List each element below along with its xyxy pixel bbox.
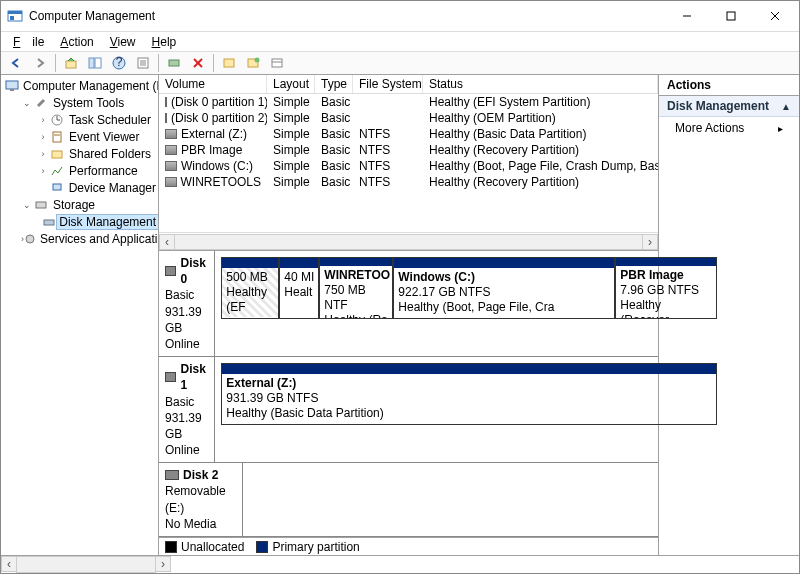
svg-text:?: ? bbox=[116, 56, 123, 69]
scroll-left-button[interactable]: ‹ bbox=[159, 234, 175, 250]
volume-list-body[interactable]: (Disk 0 partition 1)SimpleBasicHealthy (… bbox=[159, 94, 658, 232]
actions-header: Actions bbox=[659, 75, 799, 96]
volume-row[interactable]: External (Z:)SimpleBasicNTFSHealthy (Bas… bbox=[159, 126, 658, 142]
chevron-right-icon[interactable]: › bbox=[37, 115, 49, 125]
log-icon bbox=[49, 130, 65, 144]
back-button[interactable] bbox=[5, 52, 27, 74]
volume-icon bbox=[165, 177, 177, 187]
disk-label[interactable]: Disk 1Basic931.39 GBOnline bbox=[159, 357, 215, 462]
extend-volume-button[interactable] bbox=[242, 52, 264, 74]
svg-rect-32 bbox=[53, 184, 61, 190]
nav-tree[interactable]: Computer Management (Local ⌄ System Tool… bbox=[1, 75, 159, 555]
tree-services-apps[interactable]: ›Services and Applications bbox=[1, 230, 158, 247]
volume-row[interactable]: WINRETOOLSSimpleBasicNTFSHealthy (Recove… bbox=[159, 174, 658, 190]
svg-point-35 bbox=[26, 235, 34, 243]
tree-storage[interactable]: ⌄Storage bbox=[1, 196, 158, 213]
volume-list[interactable]: Volume Layout Type File System Status (D… bbox=[159, 75, 658, 250]
partition[interactable]: External (Z:)931.39 GB NTFSHealthy (Basi… bbox=[221, 363, 717, 425]
delete-button[interactable] bbox=[187, 52, 209, 74]
show-hide-tree-button[interactable] bbox=[84, 52, 106, 74]
volume-icon bbox=[165, 145, 177, 155]
scroll-right-button[interactable]: › bbox=[155, 556, 171, 572]
col-layout[interactable]: Layout bbox=[267, 75, 315, 93]
storage-icon bbox=[33, 198, 49, 212]
help-button[interactable]: ? bbox=[108, 52, 130, 74]
disk-row[interactable]: Disk 2Removable (E:)No Media bbox=[159, 463, 658, 537]
toolbar-divider bbox=[213, 54, 214, 72]
volume-row[interactable]: PBR ImageSimpleBasicNTFSHealthy (Recover… bbox=[159, 142, 658, 158]
volume-icon bbox=[165, 161, 177, 171]
svg-rect-9 bbox=[95, 58, 101, 68]
actions-section[interactable]: Disk Management ▲ bbox=[659, 96, 799, 117]
partition[interactable]: WINRETOO750 MB NTFHealthy (Re bbox=[319, 257, 393, 319]
volume-row[interactable]: Windows (C:)SimpleBasicNTFSHealthy (Boot… bbox=[159, 158, 658, 174]
svg-rect-1 bbox=[8, 11, 22, 14]
disk-row[interactable]: Disk 0Basic931.39 GBOnline500 MBHealthy … bbox=[159, 251, 658, 357]
tree-horizontal-scrollbar[interactable]: ‹ › bbox=[1, 555, 799, 573]
tree-device-manager[interactable]: Device Manager bbox=[1, 179, 158, 196]
menu-bar: File Action View Help bbox=[1, 31, 799, 51]
col-volume[interactable]: Volume bbox=[159, 75, 267, 93]
chevron-down-icon[interactable]: ⌄ bbox=[21, 200, 33, 210]
chevron-right-icon[interactable]: › bbox=[37, 166, 49, 176]
toolbar-divider bbox=[55, 54, 56, 72]
col-status[interactable]: Status bbox=[423, 75, 658, 93]
chevron-right-icon[interactable]: › bbox=[37, 132, 49, 142]
menu-file[interactable]: File bbox=[7, 34, 50, 50]
refresh-button[interactable] bbox=[163, 52, 185, 74]
scroll-left-button[interactable]: ‹ bbox=[1, 556, 17, 572]
col-type[interactable]: Type bbox=[315, 75, 353, 93]
content-area: Computer Management (Local ⌄ System Tool… bbox=[1, 75, 799, 555]
folder-share-icon bbox=[49, 147, 65, 161]
menu-help[interactable]: Help bbox=[146, 34, 183, 50]
col-filesystem[interactable]: File System bbox=[353, 75, 423, 93]
clock-icon bbox=[49, 113, 65, 127]
maximize-button[interactable] bbox=[709, 2, 753, 30]
close-button[interactable] bbox=[753, 2, 797, 30]
volume-row[interactable]: (Disk 0 partition 1)SimpleBasicHealthy (… bbox=[159, 94, 658, 110]
menu-view[interactable]: View bbox=[104, 34, 142, 50]
svg-rect-24 bbox=[6, 81, 18, 89]
svg-rect-22 bbox=[272, 59, 282, 67]
disk-row[interactable]: Disk 1Basic931.39 GBOnlineExternal (Z:)9… bbox=[159, 357, 658, 463]
disk-icon bbox=[43, 215, 55, 229]
tree-system-tools[interactable]: ⌄ System Tools bbox=[1, 94, 158, 111]
disk-label[interactable]: Disk 2Removable (E:)No Media bbox=[159, 463, 243, 536]
menu-action[interactable]: Action bbox=[54, 34, 99, 50]
partition[interactable]: Windows (C:)922.17 GB NTFSHealthy (Boot,… bbox=[393, 257, 615, 319]
minimize-button[interactable] bbox=[665, 2, 709, 30]
disk-map[interactable]: Disk 0Basic931.39 GBOnline500 MBHealthy … bbox=[159, 250, 658, 537]
tree-shared-folders[interactable]: ›Shared Folders bbox=[1, 145, 158, 162]
tree-performance[interactable]: ›Performance bbox=[1, 162, 158, 179]
tree-disk-management[interactable]: Disk Management bbox=[1, 213, 158, 230]
volume-icon bbox=[165, 113, 167, 123]
wrench-icon bbox=[33, 96, 49, 110]
tree-root[interactable]: Computer Management (Local bbox=[1, 77, 158, 94]
chevron-down-icon[interactable]: ⌄ bbox=[21, 98, 33, 108]
tree-task-scheduler[interactable]: ›Task Scheduler bbox=[1, 111, 158, 128]
new-volume-button[interactable] bbox=[218, 52, 240, 74]
partition[interactable]: 40 MIHealt bbox=[279, 257, 319, 319]
properties-button[interactable] bbox=[132, 52, 154, 74]
volume-list-header[interactable]: Volume Layout Type File System Status bbox=[159, 75, 658, 94]
list-view-button[interactable] bbox=[266, 52, 288, 74]
up-button[interactable] bbox=[60, 52, 82, 74]
partition-container bbox=[243, 463, 658, 536]
scroll-track[interactable] bbox=[174, 234, 643, 250]
tree-event-viewer[interactable]: ›Event Viewer bbox=[1, 128, 158, 145]
partition[interactable]: 500 MBHealthy (EF bbox=[221, 257, 279, 319]
chevron-right-icon[interactable]: › bbox=[37, 149, 49, 159]
disk-label[interactable]: Disk 0Basic931.39 GBOnline bbox=[159, 251, 215, 356]
scroll-right-button[interactable]: › bbox=[642, 234, 658, 250]
svg-rect-33 bbox=[36, 202, 46, 208]
volume-row[interactable]: (Disk 0 partition 2)SimpleBasicHealthy (… bbox=[159, 110, 658, 126]
horizontal-scrollbar[interactable]: ‹ › bbox=[159, 232, 658, 250]
svg-rect-2 bbox=[10, 16, 14, 20]
scroll-track[interactable] bbox=[16, 556, 156, 573]
collapse-icon[interactable]: ▲ bbox=[781, 101, 791, 112]
svg-rect-34 bbox=[44, 220, 54, 225]
gear-icon bbox=[24, 232, 36, 246]
forward-button[interactable] bbox=[29, 52, 51, 74]
actions-more[interactable]: More Actions ▸ bbox=[659, 117, 799, 139]
disk-icon bbox=[165, 266, 176, 276]
